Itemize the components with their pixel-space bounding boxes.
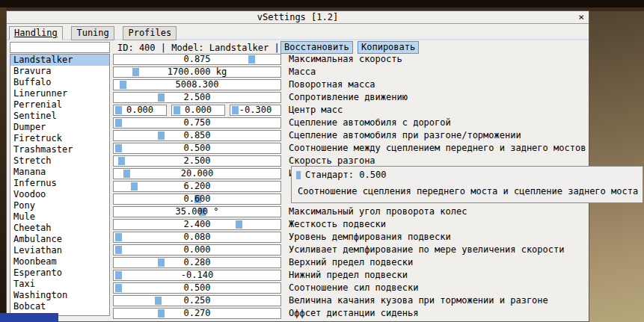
vehicle-item[interactable]: Infernus <box>10 178 109 189</box>
param-value: 0.500 <box>114 283 280 293</box>
param-label: Сопротивление движению <box>289 92 408 103</box>
param-slider[interactable]: 0.600 <box>113 193 281 205</box>
vehicle-item[interactable]: Bravura <box>10 66 109 77</box>
param-slider[interactable]: 2.500 <box>113 155 281 167</box>
param-slider[interactable]: 20.000 <box>113 168 281 179</box>
tab-profiles[interactable]: Profiles <box>123 26 177 40</box>
param-row: 0.750Сцепление автомобиля с дорогой <box>113 117 588 129</box>
param-value: 2.500 <box>114 93 280 102</box>
param-label: Центр масс <box>289 105 343 116</box>
param-row-center-mass: 0.000 0.000 -0.300 Центр масс <box>113 105 588 116</box>
param-slider[interactable]: 0.500 <box>113 282 281 294</box>
vehicle-item[interactable]: Sentinel <box>10 111 109 122</box>
param-row: 0.270Оффсет дистанции сиденья <box>113 308 588 319</box>
vehicle-item[interactable]: Trashmaster <box>10 144 109 155</box>
vehicle-item[interactable]: Pony <box>10 200 109 211</box>
param-row: 35.000 °Максимальный угол проворота коле… <box>113 206 588 217</box>
param-value: 0.600 <box>114 194 280 204</box>
hud-blue-bar <box>0 313 58 322</box>
param-value: 0.000 <box>114 105 166 115</box>
param-slider[interactable]: 1700.000 kg <box>113 66 281 78</box>
param-slider[interactable]: 0.875 <box>113 54 281 65</box>
vehicle-item[interactable]: Washington <box>10 290 109 301</box>
vehicle-item[interactable]: Moonbeam <box>10 256 109 267</box>
tab-handling[interactable]: Handling <box>9 26 63 40</box>
param-label: Сцепление автомобиля с дорогой <box>289 117 451 129</box>
param-slider[interactable]: 0.270 <box>113 308 281 319</box>
vehicle-filter-input[interactable] <box>10 42 110 53</box>
param-slider[interactable]: 0.250 <box>113 295 281 306</box>
param-row: 0.875Максимальная скорость <box>113 54 588 65</box>
vehicle-item[interactable]: Bobcat <box>10 301 109 312</box>
param-label: Соотношение между сцеплением переднего и… <box>289 143 586 154</box>
param-row: 0.250Величина качания кузова при торможе… <box>113 295 588 306</box>
title-bar[interactable]: vSettings [1.2] × <box>7 11 589 24</box>
vehicle-item[interactable]: Buffalo <box>10 77 109 88</box>
param-value: 0.280 <box>114 258 280 267</box>
param-row: 2.400Жесткость подвески <box>113 219 588 230</box>
tooltip-marker-icon <box>296 171 301 179</box>
tab-bar: Handling Tuning Profiles <box>7 25 589 40</box>
vehicle-item[interactable]: Ambulance <box>10 234 109 245</box>
center-mass-y-slider[interactable]: 0.000 <box>171 105 225 116</box>
param-row: 0.080Уровень демпфирования подвески <box>113 232 588 243</box>
param-row: 0.500Соотношение сил подвески <box>113 282 588 294</box>
vehicle-item[interactable]: Taxi <box>10 279 109 290</box>
tab-tuning[interactable]: Tuning <box>71 26 114 40</box>
param-label: Сцепление автомобиля при разгоне/торможе… <box>289 130 521 141</box>
vehicle-item[interactable]: Voodoo <box>10 189 109 200</box>
background-top-bar <box>0 0 644 7</box>
vehicle-item[interactable]: Landstalker <box>10 55 109 66</box>
vehicle-item[interactable]: Linerunner <box>10 88 109 99</box>
vehicle-item[interactable]: Perrenial <box>10 99 109 111</box>
vehicle-item[interactable]: Mule <box>10 211 109 223</box>
copy-button[interactable]: Копировать <box>358 41 419 54</box>
param-row: 1700.000 kgМасса <box>113 66 588 78</box>
param-label: Величина качания кузова при торможении и… <box>289 295 548 306</box>
param-label: Соотношение сил подвески <box>289 282 418 294</box>
param-slider[interactable]: 5008.300 <box>113 79 281 90</box>
vehicle-item[interactable]: Leviathan <box>10 245 109 256</box>
param-slider[interactable]: 2.400 <box>113 219 281 230</box>
param-label: Скорость разгона <box>289 155 375 167</box>
param-label: Поворотная масса <box>289 79 375 90</box>
param-value: 0.270 <box>114 309 280 318</box>
param-row: 0.280Верхний предел подвески <box>113 257 588 268</box>
param-value: 5008.300 <box>114 80 280 90</box>
param-value: 2.500 <box>114 156 280 166</box>
param-value: 20.000 <box>114 169 280 179</box>
param-slider[interactable]: 0.750 <box>113 117 281 129</box>
param-slider[interactable]: 0.080 <box>113 232 281 243</box>
param-value: 0.000 <box>172 105 224 115</box>
param-row: 2.500Скорость разгона <box>113 155 588 167</box>
param-value: -0.300 <box>230 105 280 115</box>
param-slider[interactable]: 0.500 <box>113 143 281 154</box>
param-label: Нижний предел подвески <box>289 270 408 281</box>
param-slider[interactable]: -0.140 <box>113 270 281 281</box>
param-slider[interactable]: 35.000 ° <box>113 206 281 217</box>
param-value: 0.080 <box>114 232 280 242</box>
param-slider[interactable]: 0.850 <box>113 130 281 141</box>
param-label: Жесткость подвески <box>289 219 386 230</box>
close-icon[interactable]: × <box>578 11 584 23</box>
vehicle-item[interactable]: Dumper <box>10 122 109 133</box>
param-value: 0.000 <box>114 245 280 255</box>
center-mass-x-slider[interactable]: 0.000 <box>113 105 167 116</box>
restore-button[interactable]: Восстановить <box>280 41 353 54</box>
param-value: 0.875 <box>114 55 280 64</box>
vehicle-item[interactable]: Manana <box>10 167 109 178</box>
vehicle-item[interactable]: Firetruck <box>10 133 109 144</box>
param-slider[interactable]: 0.280 <box>113 257 281 268</box>
param-value: 0.500 <box>114 143 280 153</box>
model-info: ID: 400 | Model: Landstalker | <box>117 43 280 53</box>
vehicle-item[interactable]: Stretch <box>10 155 109 167</box>
param-value: 0.750 <box>114 118 280 128</box>
vehicle-item[interactable]: Cheetah <box>10 223 109 234</box>
center-mass-z-slider[interactable]: -0.300 <box>230 105 281 116</box>
param-slider[interactable]: 0.000 <box>113 244 281 256</box>
param-slider[interactable]: 2.500 <box>113 92 281 103</box>
param-slider[interactable]: 6.200 <box>113 181 281 192</box>
param-label: Усиливает демпфирование по мере увеличен… <box>289 244 564 256</box>
vehicle-item[interactable]: Esperanto <box>10 267 109 279</box>
param-row: 0.000Усиливает демпфирование по мере уве… <box>113 244 588 256</box>
